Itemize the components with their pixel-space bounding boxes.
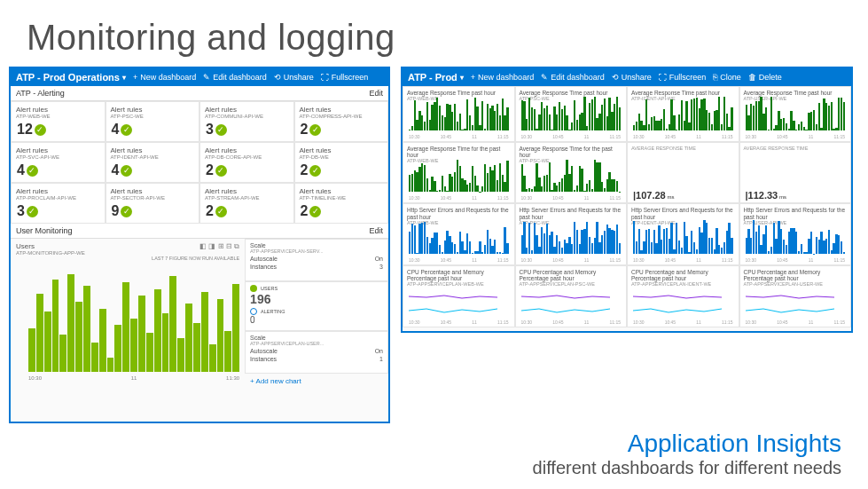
chart-toolbar-icons[interactable]: ◧ ◨ ⊞ ⊟ ⧉: [199, 242, 239, 256]
check-icon: ✓: [121, 124, 132, 136]
alert-tile[interactable]: Alert rulesATP-PSC-WE4✓: [106, 101, 200, 142]
perf-tile[interactable]: Average Response Time for the past hourA…: [403, 142, 515, 204]
alert-tile[interactable]: Alert rulesATP-WEB-WE12✓: [11, 101, 106, 142]
users-chart-tile[interactable]: Users ATP-MONITORING-APP-WE ◧ ◨ ⊞ ⊟ ⧉ LA…: [11, 239, 245, 381]
fullscreen-button[interactable]: ⛶ Fullscreen: [659, 73, 707, 82]
app-insights-heading: Application Insights: [533, 430, 841, 458]
new-dashboard-button[interactable]: + New dashboard: [471, 73, 534, 82]
section-user-monitoring: User Monitoring Edit: [11, 224, 388, 239]
edit-link[interactable]: Edit: [369, 89, 383, 98]
alert-tile[interactable]: Alert rulesATP-TIMELINE-WE2✓: [294, 183, 389, 224]
check-icon: ✓: [121, 206, 132, 217]
alert-tile[interactable]: Alert rulesATP-IDENT-API-WE4✓: [106, 142, 200, 183]
alert-tile[interactable]: Alert rulesATP-PROCLAIM-API-WE3✓: [11, 183, 106, 224]
slide-caption: Application Insights different dashboard…: [533, 430, 841, 478]
perf-tile[interactable]: Http Server Errors and Requests for the …: [627, 203, 739, 265]
perf-tile[interactable]: CPU Percentage and Memory Percentage pas…: [403, 265, 515, 327]
perf-tile[interactable]: CPU Percentage and Memory Percentage pas…: [739, 265, 852, 327]
users-stat-tile[interactable]: USERS 196 ALERTING 0: [245, 281, 388, 331]
perf-tile[interactable]: AVERAGE RESPONSE TIME|112.33 ms: [739, 142, 852, 204]
edit-dashboard-button[interactable]: ✎ Edit dashboard: [541, 73, 605, 82]
perf-tile[interactable]: Average Response Time for the past hourA…: [515, 142, 628, 204]
perf-tile[interactable]: Http Server Errors and Requests for the …: [515, 203, 628, 265]
check-icon: ✓: [309, 124, 321, 136]
slide-title: Monitoring and logging: [0, 0, 868, 67]
check-icon: ✓: [35, 124, 46, 136]
perf-tile[interactable]: CPU Percentage and Memory Percentage pas…: [627, 265, 739, 327]
alert-grid: Alert rulesATP-WEB-WE12✓Alert rulesATP-P…: [11, 101, 388, 224]
alert-tile[interactable]: Alert rulesATP-COMPRESS-API-WE2✓: [294, 101, 389, 142]
perf-tile[interactable]: Average Response Time past hourATP-WEB-W…: [403, 86, 515, 142]
dashboard-operations: ATP - Prod Operations▾ + New dashboard ✎…: [9, 67, 390, 423]
check-icon: ✓: [121, 165, 132, 177]
alert-tile[interactable]: Alert rulesATP-COMMUNI-API-WE3✓: [199, 101, 294, 142]
perf-tile[interactable]: Average Response Time past hourATP-USER-…: [739, 86, 852, 142]
delete-button[interactable]: 🗑 Delete: [748, 73, 782, 82]
chevron-down-icon: ▾: [460, 74, 464, 82]
tagline: different dashboards for different needs: [533, 458, 841, 478]
perf-tile[interactable]: AVERAGE RESPONSE TIME|107.28 ms: [627, 142, 739, 204]
alert-tile[interactable]: Alert rulesATP-STREAM-API-WE2✓: [199, 183, 294, 224]
alert-tile[interactable]: Alert rulesATP-DB-CORE-API-WE2✓: [199, 142, 294, 183]
dashboard-row: ATP - Prod Operations▾ + New dashboard ✎…: [0, 67, 868, 423]
dash-header: ATP - Prod▾ + New dashboard ✎ Edit dashb…: [403, 68, 851, 86]
section-alerting: ATP - Alerting Edit: [11, 86, 388, 101]
dash-header: ATP - Prod Operations▾ + New dashboard ✎…: [11, 68, 388, 86]
clone-button[interactable]: ⎘ Clone: [713, 73, 741, 82]
perf-tile[interactable]: Http Server Errors and Requests for the …: [403, 203, 515, 265]
unshare-button[interactable]: ⟲ Unshare: [274, 73, 314, 82]
alert-tile[interactable]: Alert rulesATP-SECTOR-API-WE9✓: [106, 183, 200, 224]
fullscreen-button[interactable]: ⛶ Fullscreen: [321, 73, 369, 82]
check-icon: ✓: [215, 206, 227, 217]
dashboard-name[interactable]: ATP - Prod Operations▾: [16, 72, 126, 83]
dashboard-name[interactable]: ATP - Prod▾: [408, 72, 464, 83]
perf-tile[interactable]: Average Response Time past hourATP-IDENT…: [627, 86, 739, 142]
scale-tile[interactable]: Scale ATP-APPSERVICEPLAN-USER... Autosca…: [245, 331, 388, 374]
check-icon: ✓: [215, 165, 227, 177]
check-icon: ✓: [309, 206, 321, 217]
scale-tile[interactable]: Scale ATP-APPSERVICEPLAN-SERV... Autosca…: [245, 239, 388, 281]
new-dashboard-button[interactable]: + New dashboard: [133, 73, 196, 82]
perf-tile[interactable]: Average Response Time past hourATP-PSC-W…: [515, 86, 628, 142]
unshare-button[interactable]: ⟲ Unshare: [612, 73, 652, 82]
check-icon: ✓: [309, 165, 321, 177]
check-icon: ✓: [27, 206, 38, 217]
add-chart-link[interactable]: + Add new chart: [245, 374, 388, 389]
perf-tile[interactable]: CPU Percentage and Memory Percentage pas…: [515, 265, 628, 327]
check-icon: ✓: [215, 124, 227, 136]
check-icon: ✓: [27, 165, 38, 177]
dashboard-prod: ATP - Prod▾ + New dashboard ✎ Edit dashb…: [401, 67, 853, 333]
edit-link[interactable]: Edit: [369, 226, 383, 235]
status-icon: [250, 285, 257, 292]
edit-dashboard-button[interactable]: ✎ Edit dashboard: [203, 73, 267, 82]
chevron-down-icon: ▾: [122, 74, 126, 82]
alert-tile[interactable]: Alert rulesATP-DB-WE2✓: [294, 142, 389, 183]
alert-tile[interactable]: Alert rulesATP-SVC-API-WE4✓: [11, 142, 106, 183]
perf-tile[interactable]: Http Server Errors and Requests for the …: [739, 203, 852, 265]
user-monitoring-area: Users ATP-MONITORING-APP-WE ◧ ◨ ⊞ ⊟ ⧉ LA…: [11, 239, 388, 389]
performance-grid: Average Response Time past hourATP-WEB-W…: [403, 86, 851, 327]
